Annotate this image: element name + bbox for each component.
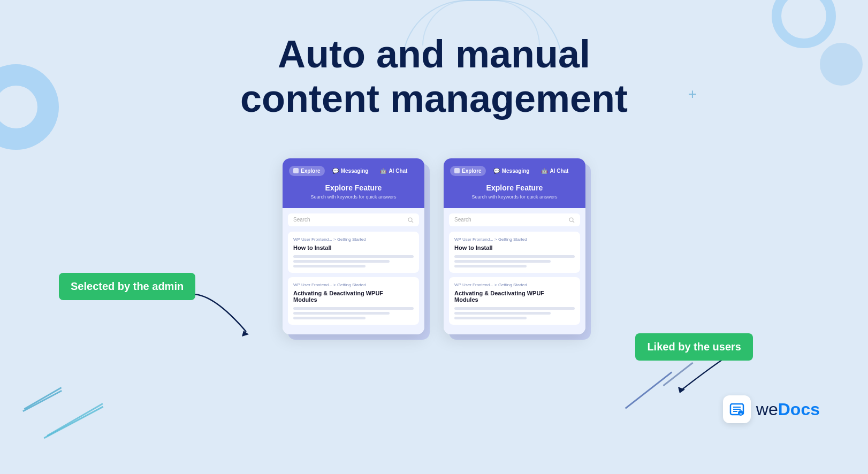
ui-card-left: Explore 💬 Messaging 🤖 AI Chat Explore Fe…: [283, 158, 424, 334]
line: [454, 265, 527, 267]
aichat-icon-right: 🤖: [541, 168, 547, 174]
line: [454, 260, 551, 263]
line: [454, 317, 527, 319]
users-label-text: Liked by the users: [647, 341, 741, 353]
line: [293, 317, 366, 319]
admin-label-text: Selected by the admin: [71, 280, 184, 292]
line-decoration-bl2: [22, 390, 62, 412]
svg-line-3: [573, 221, 574, 223]
line: [454, 255, 575, 258]
svg-point-0: [408, 218, 412, 221]
article-lines-right-2: [454, 307, 575, 319]
left-card-wrapper: Explore 💬 Messaging 🤖 AI Chat Explore Fe…: [283, 158, 424, 334]
search-placeholder-right: Search: [454, 217, 564, 223]
search-bar-right[interactable]: Search: [449, 213, 580, 226]
line: [293, 260, 390, 263]
tab-aichat-right[interactable]: 🤖 AI Chat: [537, 166, 573, 176]
main-heading: Auto and manual content management: [240, 32, 628, 121]
svg-line-1: [412, 221, 413, 223]
article-title-left-2: Activating & Deactivating WPUFModules: [293, 290, 414, 303]
explore-icon-left: [293, 168, 299, 173]
card-subtitle-left: Search with keywords for quick answers: [289, 194, 418, 200]
users-label-badge: Liked by the users: [635, 333, 753, 361]
line: [293, 265, 366, 267]
article-breadcrumb-right-1: WP User Frontend... > Getting Started: [454, 237, 575, 242]
tab-messaging-right[interactable]: 💬 Messaging: [489, 166, 534, 176]
svg-text:≡: ≡: [740, 412, 742, 416]
article-card-right-2: WP User Frontend... > Getting Started Ac…: [449, 277, 580, 325]
tab-explore-right[interactable]: Explore: [450, 166, 486, 176]
wedocs-logo: ≡ weDocs: [723, 395, 820, 423]
card-header-left: Explore 💬 Messaging 🤖 AI Chat Explore Fe…: [283, 158, 424, 208]
card-body-left: Search WP User Frontend... > Getting Sta…: [283, 208, 424, 334]
search-placeholder-left: Search: [293, 217, 403, 223]
line: [293, 255, 414, 258]
card-body-right: Search WP User Frontend... > Getting Sta…: [444, 208, 585, 334]
article-breadcrumb-left-2: WP User Frontend... > Getting Started: [293, 282, 414, 287]
card-header-right: Explore 💬 Messaging 🤖 AI Chat Explore Fe…: [444, 158, 585, 208]
article-lines-left-2: [293, 307, 414, 319]
article-title-right-2: Activating & Deactivating WPUFModules: [454, 290, 575, 303]
wedocs-icon-svg: ≡: [729, 401, 745, 417]
tab-messaging-left[interactable]: 💬 Messaging: [328, 166, 373, 176]
tab-aichat-left[interactable]: 🤖 AI Chat: [376, 166, 412, 176]
line-decoration-bl1: [44, 406, 104, 439]
line: [293, 307, 414, 310]
tab-explore-left[interactable]: Explore: [289, 166, 325, 176]
card-title-right: Explore Feature: [450, 184, 579, 192]
right-card-wrapper: Explore 💬 Messaging 🤖 AI Chat Explore Fe…: [444, 158, 585, 334]
article-lines-right-1: [454, 255, 575, 267]
card-subtitle-right: Search with keywords for quick answers: [450, 194, 579, 200]
search-icon-right: [568, 217, 575, 223]
line: [454, 312, 551, 315]
article-card-left-2: WP User Frontend... > Getting Started Ac…: [288, 277, 419, 325]
wedocs-name-bold: Docs: [778, 400, 820, 419]
explore-icon-right: [454, 168, 460, 173]
line: [454, 307, 575, 310]
admin-label-badge: Selected by the admin: [59, 273, 195, 300]
cards-container: Explore 💬 Messaging 🤖 AI Chat Explore Fe…: [283, 158, 585, 334]
article-breadcrumb-left-1: WP User Frontend... > Getting Started: [293, 237, 414, 242]
tab-bar-left: Explore 💬 Messaging 🤖 AI Chat: [289, 166, 418, 176]
article-breadcrumb-right-2: WP User Frontend... > Getting Started: [454, 282, 575, 287]
svg-point-2: [569, 218, 573, 221]
article-lines-left-1: [293, 255, 414, 267]
ui-card-right: Explore 💬 Messaging 🤖 AI Chat Explore Fe…: [444, 158, 585, 334]
messaging-icon-right: 💬: [493, 168, 500, 174]
article-title-left-1: How to Install: [293, 244, 414, 251]
wedocs-name: weDocs: [756, 400, 820, 419]
tab-bar-right: Explore 💬 Messaging 🤖 AI Chat: [450, 166, 579, 176]
wedocs-icon: ≡: [723, 395, 751, 423]
aichat-icon-left: 🤖: [380, 168, 386, 174]
article-card-left-1: WP User Frontend... > Getting Started Ho…: [288, 232, 419, 273]
line: [293, 312, 390, 315]
article-card-right-1: WP User Frontend... > Getting Started Ho…: [449, 232, 580, 273]
article-title-right-1: How to Install: [454, 244, 575, 251]
card-title-left: Explore Feature: [289, 184, 418, 192]
search-icon-left: [407, 217, 414, 223]
messaging-icon-left: 💬: [332, 168, 339, 174]
search-bar-left[interactable]: Search: [288, 213, 419, 226]
